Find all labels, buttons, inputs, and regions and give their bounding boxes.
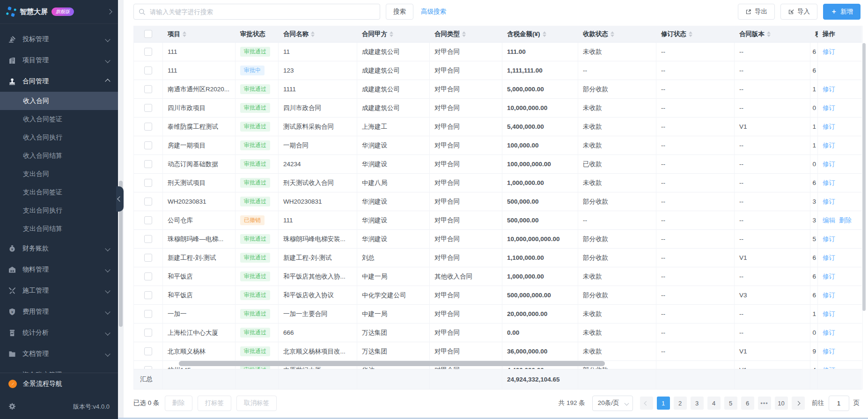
select-all-checkbox[interactable] <box>144 30 152 38</box>
row-checkbox[interactable] <box>144 216 152 224</box>
row-checkbox[interactable] <box>144 347 152 355</box>
row-checkbox[interactable] <box>144 123 152 131</box>
sidebar-item-施工管理[interactable]: 施工管理 <box>0 280 118 301</box>
sort-icon[interactable] <box>689 31 692 37</box>
advanced-search-link[interactable]: 高级搜索 <box>421 7 446 16</box>
sidebar-collapse-handle[interactable] <box>116 186 124 212</box>
page-button-1[interactable]: 1 <box>657 397 670 410</box>
column-header-收款状态[interactable]: 收款状态 <box>578 26 656 43</box>
sidebar-item-资金账户管理[interactable]: 资金账户管理 <box>0 364 118 373</box>
revise-link[interactable]: 修订 <box>823 272 835 281</box>
sidebar-subitem-收入合同执行[interactable]: 收入合同执行 <box>0 128 118 147</box>
page-button-6[interactable]: 6 <box>741 397 754 410</box>
column-header-项目[interactable]: 项目 <box>163 26 235 43</box>
search-button[interactable]: 搜索 <box>386 4 413 20</box>
sidebar-subitem-支出合同结算[interactable]: 支出合同结算 <box>0 220 118 238</box>
sidebar-subitem-支出合同签证[interactable]: 支出合同签证 <box>0 183 118 201</box>
sidebar-subitem-收入合同签证[interactable]: 收入合同签证 <box>0 110 118 128</box>
edit-link[interactable]: 编辑 <box>823 216 835 225</box>
row-checkbox[interactable] <box>144 104 152 112</box>
sidebar-subitem-收入合同结算[interactable]: 收入合同结算 <box>0 147 118 165</box>
revise-link[interactable]: 修订 <box>823 235 835 243</box>
row-checkbox[interactable] <box>144 272 152 280</box>
page-size-select[interactable]: 20条/页 <box>592 396 633 411</box>
sidebar-logo-row[interactable]: 智慧大屏 旗舰版 <box>0 0 118 24</box>
revise-link[interactable]: 修订 <box>823 85 835 94</box>
sidebar-item-项目管理[interactable]: 项目管理 <box>0 50 118 71</box>
revise-link[interactable]: 修订 <box>823 254 835 262</box>
row-checkbox[interactable] <box>144 198 152 206</box>
sort-icon[interactable] <box>311 31 315 37</box>
row-checkbox[interactable] <box>144 329 152 337</box>
revise-link[interactable]: 修订 <box>823 310 835 318</box>
revise-link[interactable]: 修订 <box>823 104 835 112</box>
contract-type-cell: 对甲合同 <box>430 155 502 174</box>
sort-icon[interactable] <box>183 31 186 37</box>
delete-button[interactable]: 删除 <box>165 396 192 411</box>
sort-icon[interactable] <box>462 31 466 37</box>
horizontal-scrollbar[interactable] <box>179 361 605 366</box>
page-button-10[interactable]: 10 <box>775 397 788 410</box>
sidebar-item-投标管理[interactable]: 投标管理 <box>0 29 118 50</box>
column-header-修订状态[interactable]: 修订状态 <box>656 26 735 43</box>
row-checkbox[interactable] <box>144 48 152 56</box>
vertical-scrollbar[interactable] <box>862 43 866 311</box>
pagination-ellipsis[interactable]: ••• <box>758 397 771 410</box>
row-checkbox[interactable] <box>144 160 152 168</box>
sidebar-item-物料管理[interactable]: 物料管理 <box>0 259 118 280</box>
row-checkbox[interactable] <box>144 141 152 149</box>
sidebar-item-合同管理[interactable]: 合同管理 <box>0 71 118 92</box>
revise-link[interactable]: 修订 <box>823 160 835 169</box>
sort-icon[interactable] <box>543 31 546 37</box>
next-page-button[interactable] <box>792 397 805 410</box>
column-header-合同版本[interactable]: 合同版本 <box>735 26 810 43</box>
revision-status-cell: -- <box>656 155 735 174</box>
prev-page-button[interactable] <box>640 397 653 410</box>
sidebar-item-费用管理[interactable]: ¥费用管理 <box>0 301 118 322</box>
add-button[interactable]: ＋ 新增 <box>823 4 861 20</box>
row-checkbox[interactable] <box>144 235 152 243</box>
revise-link[interactable]: 修订 <box>823 123 835 131</box>
sort-icon[interactable] <box>767 31 771 37</box>
page-button-3[interactable]: 3 <box>691 397 704 410</box>
gear-icon[interactable] <box>8 403 16 412</box>
sidebar-subitem-支出合同[interactable]: 支出合同 <box>0 165 118 183</box>
row-checkbox[interactable] <box>144 85 152 93</box>
sidebar-item-统计分析[interactable]: 统计分析 <box>0 322 118 343</box>
sidebar-subitem-支出合同执行[interactable]: 支出合同执行 <box>0 201 118 220</box>
delete-link[interactable]: 删除 <box>839 216 852 225</box>
summary-amount-cell: 24,924,332,104.65 <box>502 369 578 390</box>
sidebar-item-财务账款[interactable]: ¥财务账款 <box>0 238 118 259</box>
import-button[interactable]: 导入 <box>780 4 817 20</box>
row-checkbox[interactable] <box>144 291 152 299</box>
row-checkbox[interactable] <box>144 179 152 187</box>
revise-link[interactable]: 修订 <box>823 179 835 187</box>
revise-link[interactable]: 修订 <box>823 329 835 337</box>
revise-link[interactable]: 修订 <box>823 198 835 206</box>
column-header-合同类型[interactable]: 合同类型 <box>430 26 502 43</box>
page-button-5[interactable]: 5 <box>724 397 737 410</box>
sidebar-item-process-navigation[interactable]: 全景流程导航 <box>0 373 118 395</box>
row-checkbox[interactable] <box>144 310 152 318</box>
sidebar-item-文档管理[interactable]: 文档管理 <box>0 343 118 364</box>
goto-page-input[interactable] <box>829 396 849 411</box>
row-checkbox[interactable] <box>144 254 152 262</box>
row-checkbox[interactable] <box>144 66 152 74</box>
revise-link[interactable]: 修订 <box>823 347 835 356</box>
page-button-4[interactable]: 4 <box>707 397 721 410</box>
untag-button[interactable]: 取消标签 <box>236 396 277 411</box>
contract-type-cell: 对甲合同 <box>430 43 502 61</box>
revise-link[interactable]: 修订 <box>823 141 835 150</box>
sort-icon[interactable] <box>611 31 614 37</box>
export-button[interactable]: 导出 <box>738 4 775 20</box>
tag-button[interactable]: 打标签 <box>198 396 232 411</box>
column-header-含税金额(¥)[interactable]: 含税金额(¥) <box>502 26 578 43</box>
revise-link[interactable]: 修订 <box>823 291 835 300</box>
page-button-2[interactable]: 2 <box>674 397 687 410</box>
search-input[interactable] <box>149 8 375 16</box>
column-header-合同名称[interactable]: 合同名称 <box>279 26 357 43</box>
column-header-合同甲方[interactable]: 合同甲方 <box>357 26 430 43</box>
revise-link[interactable]: 修订 <box>823 48 835 56</box>
sidebar-subitem-收入合同[interactable]: 收入合同 <box>0 92 118 110</box>
sort-icon[interactable] <box>390 31 393 37</box>
